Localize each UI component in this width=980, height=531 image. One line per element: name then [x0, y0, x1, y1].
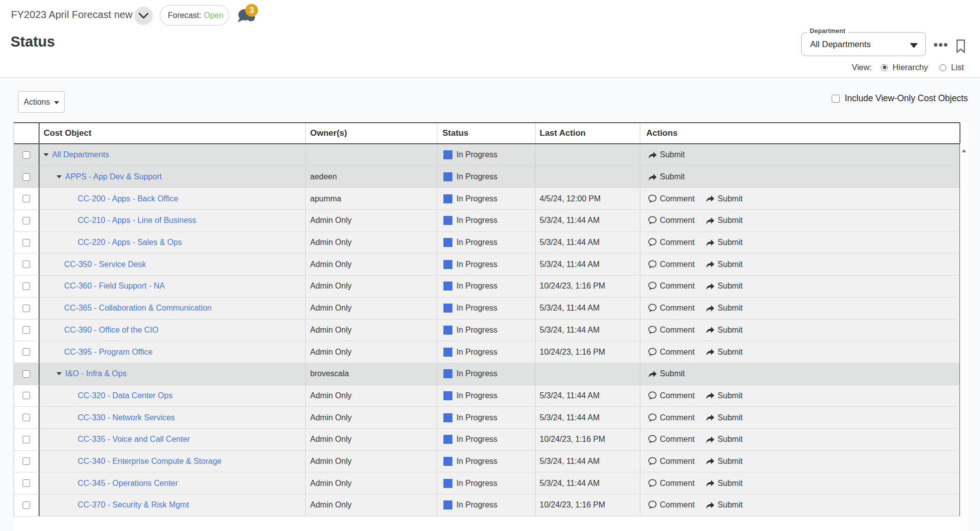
svg-text:3: 3: [250, 6, 254, 15]
